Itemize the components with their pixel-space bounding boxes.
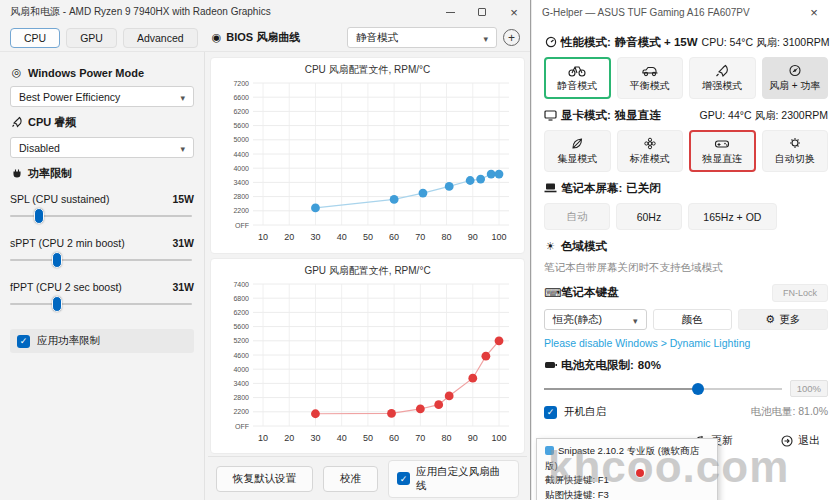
- minimize-button[interactable]: [434, 0, 466, 24]
- apply-custom-curve-checkbox-row[interactable]: 应用自定义风扇曲线: [388, 460, 519, 498]
- refresh-rate-buttons: 自动 60Hz 165Hz + OD: [544, 203, 777, 230]
- svg-text:100: 100: [491, 232, 506, 242]
- svg-text:4600: 4600: [233, 351, 249, 358]
- gauge-icon: [544, 36, 557, 50]
- svg-text:40: 40: [337, 433, 347, 443]
- more-settings-button[interactable]: 更多: [738, 309, 828, 330]
- battery-slider-thumb[interactable]: [692, 383, 704, 395]
- svg-text:2800: 2800: [233, 394, 249, 401]
- eco-mode-button[interactable]: 集显模式: [544, 130, 611, 172]
- sppt-caption: sPPT (CPU 2 min boost) 31W: [10, 237, 194, 249]
- fn-lock-button[interactable]: FN-Lock: [772, 284, 828, 302]
- chevron-down-icon: [483, 32, 488, 44]
- battery-max-label: 100%: [790, 380, 828, 397]
- gpu-chart-title: GPU 风扇配置文件, RPM/°C: [211, 259, 524, 278]
- ghelper-window: G-Helper — ASUS TUF Gaming A16 FA607PV 性…: [532, 0, 840, 500]
- cpu-fan-curve-chart[interactable]: 102030405060708090100OFF2200280034004000…: [211, 77, 524, 251]
- power-mode-select[interactable]: Best Power Efficiency: [10, 86, 194, 107]
- ultimate-mode-button[interactable]: 独显直连: [689, 130, 756, 172]
- svg-text:70: 70: [415, 433, 425, 443]
- balanced-mode-button[interactable]: 平衡模式: [617, 57, 684, 99]
- battery-header: 电池充电限制: 80%: [544, 358, 828, 373]
- svg-text:7200: 7200: [233, 80, 249, 87]
- screen-header: 笔记本屏幕: 已关闭: [544, 181, 828, 196]
- battery-icon: [544, 360, 557, 372]
- restore-defaults-button[interactable]: 恢复默认设置: [216, 466, 313, 492]
- spl-value: 15W: [172, 193, 194, 205]
- svg-text:6600: 6600: [233, 94, 249, 101]
- fans-power-button[interactable]: 风扇 + 功率: [762, 57, 829, 99]
- chevron-down-icon: [180, 91, 185, 103]
- autostart-row: 开机自启 电池电量: 81.0%: [544, 405, 828, 419]
- close-button[interactable]: [798, 0, 830, 24]
- sppt-slider[interactable]: [10, 251, 192, 269]
- tab-cpu[interactable]: CPU: [10, 28, 60, 48]
- close-icon: [510, 5, 518, 20]
- close-button[interactable]: [498, 0, 530, 24]
- spl-caption: SPL (CPU sustained) 15W: [10, 193, 194, 205]
- bios-curve-header: BIOS 风扇曲线: [212, 30, 301, 45]
- rocket-icon: [715, 64, 729, 77]
- gpu-status: GPU: 44°C 风扇: 2300RPM: [700, 109, 829, 123]
- svg-text:3400: 3400: [233, 179, 249, 186]
- svg-text:OFF: OFF: [235, 222, 249, 229]
- cpu-boost-select[interactable]: Disabled: [10, 137, 194, 158]
- svg-text:5000: 5000: [233, 136, 249, 143]
- spl-slider-thumb[interactable]: [34, 208, 44, 224]
- svg-text:5600: 5600: [233, 323, 249, 330]
- car-icon: [641, 64, 659, 77]
- optimized-mode-button[interactable]: 自动切换: [762, 130, 829, 172]
- gamut-note: 笔记本自带屏幕关闭时不支持色域模式: [544, 261, 828, 275]
- svg-text:6200: 6200: [233, 308, 249, 315]
- screen-60hz-button[interactable]: 60Hz: [616, 203, 682, 230]
- left-titlebar: 风扇和电源 - AMD Ryzen 9 7940HX with Radeon G…: [0, 0, 530, 24]
- spl-slider[interactable]: [10, 207, 192, 225]
- screen-165hz-od-button[interactable]: 165Hz + OD: [688, 203, 777, 230]
- checkbox-checked-icon[interactable]: [397, 472, 410, 485]
- dynamic-lighting-link[interactable]: Please disable Windows > Dynamic Lightin…: [544, 337, 828, 349]
- maximize-icon: [478, 8, 486, 16]
- sppt-slider-thumb[interactable]: [52, 252, 62, 268]
- calibrate-button[interactable]: 校准: [323, 466, 378, 492]
- fppt-slider[interactable]: [10, 295, 192, 313]
- silent-mode-button[interactable]: 静音模式: [544, 57, 611, 99]
- apply-power-limits-checkbox-row[interactable]: 应用功率限制: [10, 329, 194, 353]
- left-footer: 恢复默认设置 校准 应用自定义风扇曲线: [208, 456, 527, 500]
- watermark: khcoo.com: [548, 442, 789, 492]
- svg-text:3400: 3400: [233, 379, 249, 386]
- power-plug-icon: [10, 167, 23, 181]
- svg-text:4000: 4000: [233, 165, 249, 172]
- checkbox-checked-icon[interactable]: [544, 406, 557, 419]
- turbo-mode-button[interactable]: 增强模式: [689, 57, 756, 99]
- svg-text:50: 50: [363, 232, 373, 242]
- tab-advanced[interactable]: Advanced: [123, 28, 198, 48]
- cpu-status: CPU: 54°C 风扇: 3100RPM: [702, 36, 830, 50]
- svg-text:6200: 6200: [233, 108, 249, 115]
- bicycle-icon: [568, 64, 586, 77]
- maximize-button[interactable]: [466, 0, 498, 24]
- cpu-fan-chart-card: CPU 风扇配置文件, RPM/°C 102030405060708090100…: [210, 57, 525, 254]
- checkbox-checked-icon[interactable]: [17, 335, 30, 348]
- svg-text:OFF: OFF: [235, 422, 249, 429]
- performance-mode-buttons: 静音模式 平衡模式 增强模式 风扇 + 功率: [544, 57, 828, 99]
- backlight-mode-select[interactable]: 恒亮(静态): [544, 309, 647, 330]
- fan-profile-select[interactable]: 静音模式: [347, 27, 497, 48]
- keyboard-icon: [544, 286, 557, 300]
- standard-mode-button[interactable]: 标准模式: [617, 130, 684, 172]
- gpu-fan-curve-chart[interactable]: 102030405060708090100OFF2200280034004000…: [211, 278, 524, 452]
- svg-text:5200: 5200: [233, 337, 249, 344]
- screen-auto-button[interactable]: 自动: [544, 203, 610, 230]
- svg-text:80: 80: [442, 433, 452, 443]
- performance-mode-header: 性能模式: 静音模式 + 15W CPU: 54°C 风扇: 3100RPM: [544, 35, 828, 50]
- leaf-icon: [570, 137, 584, 150]
- svg-text:4400: 4400: [233, 151, 249, 158]
- flower-icon: [643, 137, 657, 150]
- color-button[interactable]: 颜色: [653, 309, 732, 330]
- fppt-slider-thumb[interactable]: [52, 296, 62, 312]
- battery-limit-slider[interactable]: [544, 382, 782, 396]
- tab-gpu[interactable]: GPU: [66, 28, 117, 48]
- svg-text:10: 10: [258, 433, 268, 443]
- add-profile-button[interactable]: [503, 29, 520, 46]
- rocket-icon: [10, 116, 23, 130]
- cpu-chart-title: CPU 风扇配置文件, RPM/°C: [211, 58, 524, 77]
